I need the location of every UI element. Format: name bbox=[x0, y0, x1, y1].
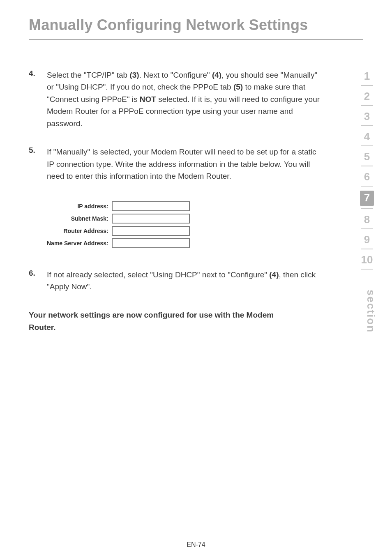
section-label: section bbox=[364, 290, 377, 333]
text: If not already selected, select "Using D… bbox=[47, 270, 269, 279]
step-body: If not already selected, select "Using D… bbox=[47, 269, 322, 293]
nav-sep bbox=[361, 186, 373, 187]
row-subnet: Subnet Mask: bbox=[47, 214, 190, 224]
ref-4: (4) bbox=[269, 270, 279, 279]
step-number: 4. bbox=[29, 69, 47, 129]
nav-sep bbox=[361, 145, 373, 146]
text: . Next to "Configure" bbox=[139, 71, 212, 79]
label-dns: Name Server Address: bbox=[47, 238, 112, 248]
row-ip: IP address: bbox=[47, 201, 190, 211]
content-area: 4. Select the "TCP/IP" tab (3). Next to … bbox=[0, 40, 392, 293]
nav-2[interactable]: 2 bbox=[357, 90, 377, 103]
field-router[interactable] bbox=[112, 226, 190, 236]
nav-5[interactable]: 5 bbox=[357, 150, 377, 163]
emph-not: NOT bbox=[140, 95, 156, 104]
step-body: Select the "TCP/IP" tab (3). Next to "Co… bbox=[47, 69, 322, 129]
step-5: 5. If "Manually" is selected, your Modem… bbox=[29, 146, 322, 182]
ref-4: (4) bbox=[212, 71, 221, 79]
nav-8[interactable]: 8 bbox=[357, 213, 377, 226]
nav-sep bbox=[361, 105, 373, 106]
nav-6[interactable]: 6 bbox=[357, 171, 377, 183]
section-nav: 1 2 3 4 5 6 7 8 9 10 section bbox=[357, 66, 377, 270]
nav-sep bbox=[361, 228, 373, 229]
closing-note: Your network settings are now configured… bbox=[0, 309, 392, 333]
nav-sep bbox=[361, 208, 373, 209]
ref-3: (3) bbox=[129, 71, 139, 79]
label-subnet: Subnet Mask: bbox=[47, 214, 112, 224]
page-number: EN-74 bbox=[0, 541, 392, 548]
nav-10[interactable]: 10 bbox=[357, 253, 377, 266]
nav-3[interactable]: 3 bbox=[357, 110, 377, 123]
nav-4[interactable]: 4 bbox=[357, 130, 377, 143]
field-dns[interactable] bbox=[112, 238, 190, 248]
page-title: Manually Configuring Network Settings bbox=[0, 16, 392, 34]
address-form: IP address: Subnet Mask: Router Address:… bbox=[47, 199, 322, 251]
nav-sep bbox=[361, 269, 373, 270]
field-router-cell bbox=[112, 226, 190, 236]
nav-sep bbox=[361, 85, 373, 86]
nav-sep bbox=[361, 166, 373, 166]
ref-5: (5) bbox=[233, 83, 243, 91]
nav-sep bbox=[361, 249, 373, 249]
field-dns-cell bbox=[112, 238, 190, 248]
field-ip-cell bbox=[112, 201, 190, 211]
nav-1[interactable]: 1 bbox=[357, 70, 377, 83]
address-table: IP address: Subnet Mask: Router Address:… bbox=[47, 199, 190, 251]
step-number: 5. bbox=[29, 146, 47, 182]
text: Select the "TCP/IP" tab bbox=[47, 71, 129, 79]
step-number: 6. bbox=[29, 269, 47, 293]
nav-sep bbox=[361, 125, 373, 126]
step-body: If "Manually" is selected, your Modem Ro… bbox=[47, 146, 322, 182]
row-dns: Name Server Address: bbox=[47, 238, 190, 248]
field-subnet[interactable] bbox=[112, 214, 190, 224]
nav-7-active[interactable]: 7 bbox=[360, 191, 374, 206]
field-subnet-cell bbox=[112, 214, 190, 224]
label-ip: IP address: bbox=[47, 201, 112, 211]
field-ip[interactable] bbox=[112, 201, 190, 211]
step-4: 4. Select the "TCP/IP" tab (3). Next to … bbox=[29, 69, 322, 129]
row-router: Router Address: bbox=[47, 226, 190, 236]
page: Manually Configuring Network Settings 4.… bbox=[0, 0, 392, 560]
label-router: Router Address: bbox=[47, 226, 112, 236]
step-6: 6. If not already selected, select "Usin… bbox=[29, 269, 322, 293]
nav-9[interactable]: 9 bbox=[357, 233, 377, 246]
